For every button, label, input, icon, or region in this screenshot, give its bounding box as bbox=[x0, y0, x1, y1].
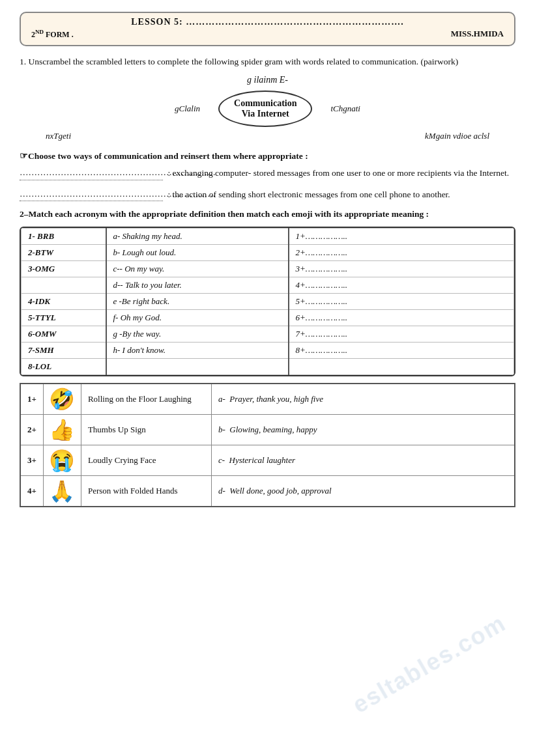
acronym-def: b- Lough out loud. bbox=[106, 244, 289, 260]
emoji-icon: 🙏 bbox=[43, 475, 81, 507]
spider-left: gClalin bbox=[156, 104, 218, 114]
emoji-def: c- Hysterical laughter bbox=[211, 445, 515, 475]
acronym-match: 3+…………….. bbox=[289, 260, 514, 277]
watermark: esltables.com bbox=[348, 609, 511, 719]
acronym-def: d-- Talk to you later. bbox=[106, 277, 289, 293]
acronym-num: 4-IDK bbox=[22, 293, 106, 309]
acronym-match: 5+…………….. bbox=[289, 293, 514, 309]
acronym-def: g -By the way. bbox=[106, 326, 289, 342]
acronym-table: 1- BRB a- Shaking my head. 1+…………….. 2-B… bbox=[21, 228, 514, 375]
acronym-num: 6-OMW bbox=[22, 326, 106, 342]
acronym-match: 2+…………….. bbox=[289, 244, 514, 260]
choose-item-1: …………………………………………………………. : exchanging com… bbox=[20, 165, 515, 180]
choose-dots-2: …………………………………………………………. bbox=[20, 187, 163, 202]
spider-gram: g ilainm E- gClalin Communication Via In… bbox=[20, 75, 515, 141]
spider-bottom-row: nxTgeti kMgain vdioe aclsl bbox=[46, 131, 489, 141]
acronym-match bbox=[289, 358, 514, 374]
acronym-row: 3-OMG c-- On my way. 3+…………….. bbox=[22, 260, 514, 277]
acronym-num: 1- BRB bbox=[22, 228, 106, 244]
acronym-row: 8-LOL bbox=[22, 358, 514, 374]
acronym-match: 4+…………….. bbox=[289, 277, 514, 293]
acronym-def: h- I don't know. bbox=[106, 342, 289, 358]
form-label: 2nd FORM . bbox=[31, 29, 74, 40]
acronym-def bbox=[106, 358, 289, 374]
spider-right: tChgnati bbox=[312, 104, 379, 114]
acronym-row: 4-IDK e -Be right back. 5+…………….. bbox=[22, 293, 514, 309]
acronym-num: 8-LOL bbox=[22, 358, 106, 374]
spider-center: Communication Via Internet bbox=[218, 91, 312, 127]
acronym-num: 5-TTYL bbox=[22, 309, 106, 326]
emoji-name: Person with Folded Hands bbox=[81, 475, 211, 507]
acronym-row: 7-SMH h- I don't know. 8+…………….. bbox=[22, 342, 514, 358]
acronym-num: 2-BTW bbox=[22, 244, 106, 260]
acronym-def: f- Oh my God. bbox=[106, 309, 289, 326]
spider-top: g ilainm E- bbox=[20, 75, 515, 85]
emoji-icon: 😭 bbox=[43, 445, 81, 475]
emoji-def: a- Prayer, thank you, high five bbox=[211, 384, 515, 415]
emoji-def: b- Glowing, beaming, happy bbox=[211, 414, 515, 445]
acronym-row: 6-OMW g -By the way. 7+…………….. bbox=[22, 326, 514, 342]
acronym-row: 2-BTW b- Lough out loud. 2+…………….. bbox=[22, 244, 514, 260]
spider-bottom-left: nxTgeti bbox=[46, 131, 71, 141]
spider-middle-row: gClalin Communication Via Internet tChgn… bbox=[20, 91, 515, 127]
acronym-table-wrapper: 1- BRB a- Shaking my head. 1+…………….. 2-B… bbox=[20, 227, 515, 376]
emoji-name: Rolling on the Floor Laughing bbox=[81, 384, 211, 415]
choose-section: ☞Choose two ways of communication and re… bbox=[20, 150, 515, 201]
acronym-row: d-- Talk to you later. 4+…………….. bbox=[22, 277, 514, 293]
emoji-icon: 🤣 bbox=[43, 384, 81, 415]
choose-title: ☞Choose two ways of communication and re… bbox=[20, 150, 515, 161]
acronym-def: a- Shaking my head. bbox=[106, 228, 289, 244]
emoji-num: 4+ bbox=[20, 475, 43, 507]
acronym-num: 3-OMG bbox=[22, 260, 106, 277]
header-box: LESSON 5: …………………………………………………………. 2nd FO… bbox=[20, 12, 515, 46]
emoji-icon: 👍 bbox=[43, 414, 81, 445]
spider-bottom-right: kMgain vdioe aclsl bbox=[425, 131, 489, 141]
acronym-match: 8+…………….. bbox=[289, 342, 514, 358]
emoji-row: 2+ 👍 Thumbs Up Sign b- Glowing, beaming,… bbox=[20, 414, 515, 445]
acronym-match: 1+…………….. bbox=[289, 228, 514, 244]
acronym-row: 1- BRB a- Shaking my head. 1+…………….. bbox=[22, 228, 514, 244]
teacher-label: MISS.HMIDA bbox=[451, 29, 504, 40]
acronym-num: 7-SMH bbox=[22, 342, 106, 358]
emoji-row: 3+ 😭 Loudly Crying Face c- Hysterical la… bbox=[20, 445, 515, 475]
header-subtitle: 2nd FORM . MISS.HMIDA bbox=[31, 29, 504, 40]
emoji-num: 3+ bbox=[20, 445, 43, 475]
choose-item-2: …………………………………………………………. : the action of … bbox=[20, 187, 515, 202]
emoji-row: 4+ 🙏 Person with Folded Hands d- Well do… bbox=[20, 475, 515, 507]
header-title: LESSON 5: …………………………………………………………. bbox=[31, 17, 504, 27]
emoji-row: 1+ 🤣 Rolling on the Floor Laughing a- Pr… bbox=[20, 384, 515, 415]
choose-text-1: : exchanging computer- stored messages f… bbox=[167, 168, 509, 178]
acronym-match: 6+…………….. bbox=[289, 309, 514, 326]
emoji-name: Loudly Crying Face bbox=[81, 445, 211, 475]
acronym-row: 5-TTYL f- Oh my God. 6+…………….. bbox=[22, 309, 514, 326]
emoji-name: Thumbs Up Sign bbox=[81, 414, 211, 445]
acronym-num bbox=[22, 277, 106, 293]
section2-title: 2–Match each acronym with the appropriat… bbox=[20, 208, 515, 221]
emoji-num: 2+ bbox=[20, 414, 43, 445]
acronym-match: 7+…………….. bbox=[289, 326, 514, 342]
emoji-table: 1+ 🤣 Rolling on the Floor Laughing a- Pr… bbox=[20, 383, 515, 507]
choose-text-2: : the action of sending short electronic… bbox=[167, 189, 450, 199]
section1-instruction: 1. Unscrambel the scrambled letters to c… bbox=[20, 55, 515, 68]
acronym-def: c-- On my way. bbox=[106, 260, 289, 277]
acronym-def: e -Be right back. bbox=[106, 293, 289, 309]
choose-dots-1: …………………………………………………………. bbox=[20, 165, 163, 180]
emoji-num: 1+ bbox=[20, 384, 43, 415]
emoji-def: d- Well done, good job, approval bbox=[211, 475, 515, 507]
